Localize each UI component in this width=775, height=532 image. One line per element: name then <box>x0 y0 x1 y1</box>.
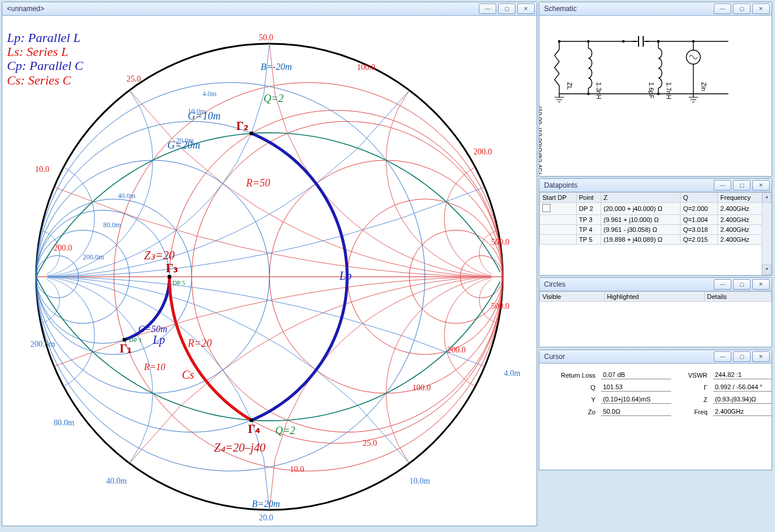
svg-text:500.0: 500.0 <box>491 238 510 246</box>
svg-text:R=10: R=10 <box>143 362 166 372</box>
chart-legend: Lp: Parallel L Ls: Series L Cp: Parallel… <box>7 31 83 87</box>
minimize-icon[interactable]: — <box>714 180 731 191</box>
val-freq: 2.400GHz <box>713 407 772 416</box>
datapoints-titlebar[interactable]: Datapoints — ▢ ✕ <box>539 179 772 192</box>
col-highlight[interactable]: Highlighted <box>604 292 704 302</box>
circles-table[interactable]: Visible Highlighted Details <box>539 291 772 302</box>
col-startdp[interactable]: Start DP <box>540 193 577 203</box>
datapoints-body: Start DP Point Z Q Frequency DP 2(20.000… <box>539 192 772 275</box>
svg-rect-20 <box>168 275 171 279</box>
maximize-icon[interactable]: ▢ <box>733 3 751 14</box>
col-freq[interactable]: Frequency <box>718 193 762 203</box>
circles-titlebar[interactable]: Circles — ▢ ✕ <box>539 278 772 291</box>
svg-rect-22 <box>250 418 253 422</box>
svg-text:Lp: Lp <box>339 269 352 283</box>
smith-chart-svg[interactable]: Γ₁Γ₂Γ₃Γ₄G=10mG=20mG=50mR=50R=20R=10Z₃=20… <box>2 16 536 526</box>
close-icon[interactable]: ✕ <box>752 279 770 290</box>
close-icon[interactable]: ✕ <box>752 351 770 362</box>
svg-text:1.7nH: 1.7nH <box>665 82 672 99</box>
svg-text:500.0: 500.0 <box>491 302 510 311</box>
maximize-icon[interactable]: ▢ <box>733 279 751 290</box>
datapoints-scrollbar[interactable]: ▴ ▾ <box>762 192 772 275</box>
svg-text:100.0: 100.0 <box>412 383 431 392</box>
val-q: 101.53 <box>601 383 671 392</box>
svg-rect-18 <box>250 132 253 135</box>
svg-point-73 <box>558 40 560 43</box>
cell-point: TP 4 <box>576 225 601 235</box>
cursor-titlebar[interactable]: Cursor — ▢ ✕ <box>539 350 772 364</box>
minimize-icon[interactable]: — <box>479 3 496 14</box>
schematic-titlebar[interactable]: Schematic — ▢ ✕ <box>539 2 772 16</box>
maximize-icon[interactable]: ▢ <box>733 351 751 362</box>
minimize-icon[interactable]: — <box>714 279 731 290</box>
cursor-title: Cursor <box>544 353 565 361</box>
start-dp-cell[interactable] <box>540 215 577 225</box>
svg-text:B=20m: B=20m <box>252 499 280 509</box>
cell-z: (9.961 - j30.058) Ω <box>601 225 681 235</box>
minimize-icon[interactable]: — <box>714 3 731 14</box>
svg-point-77 <box>587 93 590 95</box>
close-icon[interactable]: ✕ <box>752 3 770 14</box>
cell-point: TP 5 <box>576 235 601 245</box>
lab-gamma: Γ <box>675 384 710 391</box>
datapoints-table[interactable]: Start DP Point Z Q Frequency DP 2(20.000… <box>539 192 762 245</box>
start-dp-cell[interactable] <box>540 235 577 245</box>
minimize-icon[interactable]: — <box>714 351 731 362</box>
svg-text:B=-20m: B=-20m <box>261 62 292 72</box>
maximize-icon[interactable]: ▢ <box>498 3 516 14</box>
svg-text:40.0m: 40.0m <box>118 192 136 200</box>
svg-text:DP 5: DP 5 <box>173 279 185 286</box>
cell-f: 2.400GHz <box>718 215 762 225</box>
start-dp-cell[interactable] <box>540 225 577 235</box>
lab-z: Z <box>675 396 710 403</box>
svg-text:4.0m: 4.0m <box>202 90 217 98</box>
chart-titlebar[interactable]: <unnamed> — ▢ ✕ <box>2 2 536 16</box>
start-dp-checkbox[interactable] <box>542 204 550 212</box>
col-visible[interactable]: Visible <box>540 292 605 302</box>
close-icon[interactable]: ✕ <box>517 3 535 14</box>
table-row[interactable]: TP 4(9.961 - j30.058) ΩQ=3.0182.400GHz <box>540 225 762 235</box>
maximize-icon[interactable]: ▢ <box>733 180 751 191</box>
start-dp-cell[interactable] <box>540 203 577 215</box>
svg-text:200.0: 200.0 <box>54 244 72 252</box>
scroll-up-icon[interactable]: ▴ <box>762 192 772 203</box>
col-point[interactable]: Point <box>576 193 601 203</box>
svg-text:Γ₃: Γ₃ <box>166 262 178 274</box>
schematic-title: Schematic <box>544 5 577 13</box>
cell-f: 2.400GHz <box>718 203 762 215</box>
col-q[interactable]: Q <box>681 193 718 203</box>
svg-point-76 <box>587 40 590 43</box>
svg-text:50.0: 50.0 <box>259 33 273 42</box>
chart-body[interactable]: Lp: Parallel L Ls: Series L Cp: Parallel… <box>2 16 536 526</box>
svg-text:G=50m: G=50m <box>138 324 167 334</box>
svg-text:Lp: Lp <box>152 333 165 347</box>
cursor-body: Return Loss 0.07 dB VSWR 244.82 :1 Q 101… <box>539 364 772 470</box>
table-row[interactable]: DP 2(20.000 + j40.000) ΩQ=2.0002.400GHz <box>540 203 762 215</box>
svg-text:20.0m: 20.0m <box>176 136 194 145</box>
svg-text:Zin: Zin <box>700 82 707 91</box>
svg-text:10.0: 10.0 <box>35 165 50 174</box>
svg-point-92 <box>657 93 660 95</box>
datapoints-title: Datapoints <box>544 181 577 189</box>
close-icon[interactable]: ✕ <box>752 180 770 191</box>
cell-z: (9.961 + j10.000) Ω <box>601 215 681 225</box>
circles-window: Circles — ▢ ✕ Visible Highlighted Detail… <box>539 277 772 347</box>
schematic-window: Schematic — ▢ ✕ ZL1.3nH1.6pF1.7nHZin (10… <box>539 2 772 177</box>
svg-text:Γ₄: Γ₄ <box>248 422 260 435</box>
cell-q: Q=2.015 <box>681 235 718 245</box>
table-row[interactable]: TP 5(19.898 + j40.089) ΩQ=2.0152.400GHz <box>540 235 762 245</box>
scroll-down-icon[interactable]: ▾ <box>762 265 772 275</box>
svg-text:1.6pF: 1.6pF <box>648 82 655 98</box>
svg-point-91 <box>657 40 660 43</box>
cell-f: 2.400GHz <box>718 235 762 245</box>
col-details[interactable]: Details <box>704 292 771 302</box>
cell-z: (19.898 + j40.089) Ω <box>601 235 681 245</box>
lab-zo: Zo <box>545 408 598 415</box>
svg-text:40.0m: 40.0m <box>106 477 127 485</box>
val-return-loss: 0.07 dB <box>601 371 671 379</box>
col-z[interactable]: Z <box>601 193 681 203</box>
svg-text:200.0: 200.0 <box>474 147 492 156</box>
svg-text:Q=2: Q=2 <box>264 93 283 104</box>
cell-f: 2.400GHz <box>718 225 762 235</box>
table-row[interactable]: TP 3(9.961 + j10.000) ΩQ=1.0042.400GHz <box>540 215 762 225</box>
